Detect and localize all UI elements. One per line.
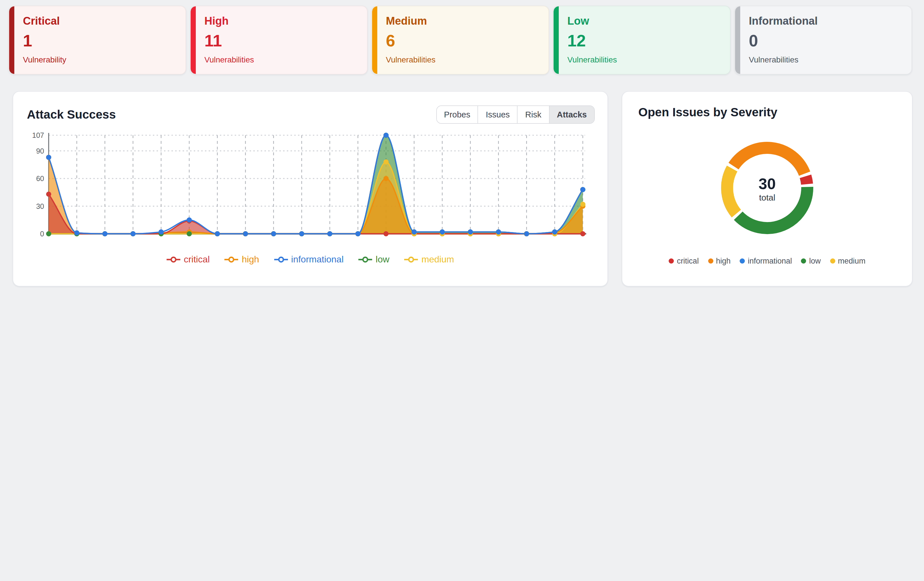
donut-legend-item-medium[interactable]: medium	[830, 257, 865, 265]
legend-item-critical[interactable]: critical	[167, 254, 210, 265]
legend-label: high	[242, 254, 259, 265]
legend-marker-icon	[274, 256, 288, 263]
open-issues-panel: Open Issues by Severity 30total critical…	[622, 91, 912, 286]
attack-view-tabs: ProbesIssuesRiskAttacks	[436, 106, 595, 124]
legend-dot	[708, 258, 713, 263]
severity-card-label: Vulnerabilities	[386, 55, 548, 64]
svg-text:60: 60	[36, 174, 44, 182]
severity-accent-bar	[191, 6, 196, 74]
legend-item-low[interactable]: low	[358, 254, 389, 265]
severity-card-label: Vulnerability	[23, 55, 185, 64]
legend-dot	[669, 258, 674, 263]
open-issues-donut-chart: 30total	[675, 120, 859, 257]
attack-success-panel: Attack Success ProbesIssuesRiskAttacks 0…	[13, 91, 608, 286]
legend-label: informational	[291, 254, 343, 265]
severity-card-title: Informational	[749, 15, 911, 28]
svg-text:0: 0	[40, 230, 44, 238]
severity-card-title: Low	[568, 15, 730, 28]
svg-text:30: 30	[36, 202, 44, 210]
severity-summary-row: Critical1VulnerabilityHigh11Vulnerabilit…	[8, 6, 912, 74]
legend-label: critical	[677, 257, 699, 265]
severity-accent-bar	[735, 6, 740, 74]
attack-chart-legend: criticalhighinformationallowmedium	[13, 254, 607, 265]
tab-attacks[interactable]: Attacks	[549, 106, 594, 123]
severity-card-label: Vulnerabilities	[568, 55, 730, 64]
severity-card-count: 11	[205, 31, 367, 50]
severity-card-count: 0	[749, 31, 911, 50]
donut-legend-item-informational[interactable]: informational	[740, 257, 792, 265]
severity-card-title: High	[205, 15, 367, 28]
tab-issues[interactable]: Issues	[478, 106, 517, 123]
legend-label: low	[809, 257, 821, 265]
legend-label: low	[376, 254, 389, 265]
severity-card-medium[interactable]: Medium6Vulnerabilities	[371, 6, 549, 74]
legend-marker-icon	[404, 256, 418, 263]
severity-card-title: Medium	[386, 15, 548, 28]
severity-card-count: 6	[386, 31, 548, 50]
tab-risk[interactable]: Risk	[517, 106, 549, 123]
open-issues-title: Open Issues by Severity	[622, 92, 912, 119]
legend-marker-icon	[225, 256, 238, 263]
severity-card-count: 1	[23, 31, 185, 50]
severity-card-label: Vulnerabilities	[749, 55, 911, 64]
severity-card-body: Medium6Vulnerabilities	[372, 6, 548, 64]
donut-legend-item-low[interactable]: low	[801, 257, 821, 265]
severity-accent-bar	[9, 6, 14, 74]
legend-dot	[830, 258, 835, 263]
security-dashboard-page: Critical1VulnerabilityHigh11Vulnerabilit…	[0, 0, 924, 290]
severity-card-body: High11Vulnerabilities	[191, 6, 367, 64]
legend-dot	[801, 258, 806, 263]
legend-label: medium	[421, 254, 454, 265]
open-issues-legend: criticalhighinformationallowmedium	[622, 257, 912, 265]
attack-success-title: Attack Success	[27, 108, 116, 121]
severity-card-informational[interactable]: Informational0Vulnerabilities	[734, 6, 912, 74]
legend-label: critical	[184, 254, 210, 265]
severity-card-critical[interactable]: Critical1Vulnerability	[8, 6, 186, 74]
svg-text:107: 107	[32, 131, 44, 139]
legend-item-medium[interactable]: medium	[404, 254, 454, 265]
legend-label: medium	[838, 257, 865, 265]
legend-item-informational[interactable]: informational	[274, 254, 343, 265]
legend-label: high	[716, 257, 731, 265]
donut-legend-item-critical[interactable]: critical	[669, 257, 699, 265]
svg-text:30: 30	[759, 175, 776, 192]
tab-probes[interactable]: Probes	[437, 106, 478, 123]
severity-card-body: Informational0Vulnerabilities	[735, 6, 911, 64]
donut-legend-item-high[interactable]: high	[708, 257, 731, 265]
attack-success-chart: 0306090107	[25, 131, 589, 251]
svg-text:90: 90	[36, 147, 44, 155]
severity-card-high[interactable]: High11Vulnerabilities	[190, 6, 368, 74]
severity-accent-bar	[554, 6, 559, 74]
legend-dot	[740, 258, 745, 263]
severity-card-count: 12	[568, 31, 730, 50]
severity-accent-bar	[372, 6, 377, 74]
severity-card-title: Critical	[23, 15, 185, 28]
legend-label: informational	[747, 257, 792, 265]
svg-text:total: total	[759, 193, 776, 202]
legend-item-high[interactable]: high	[225, 254, 259, 265]
attack-success-header: Attack Success ProbesIssuesRiskAttacks	[13, 92, 607, 124]
legend-marker-icon	[167, 256, 180, 263]
severity-card-label: Vulnerabilities	[205, 55, 367, 64]
severity-card-body: Critical1Vulnerability	[9, 6, 185, 64]
legend-marker-icon	[358, 256, 372, 263]
severity-card-low[interactable]: Low12Vulnerabilities	[553, 6, 731, 74]
severity-card-body: Low12Vulnerabilities	[554, 6, 730, 64]
